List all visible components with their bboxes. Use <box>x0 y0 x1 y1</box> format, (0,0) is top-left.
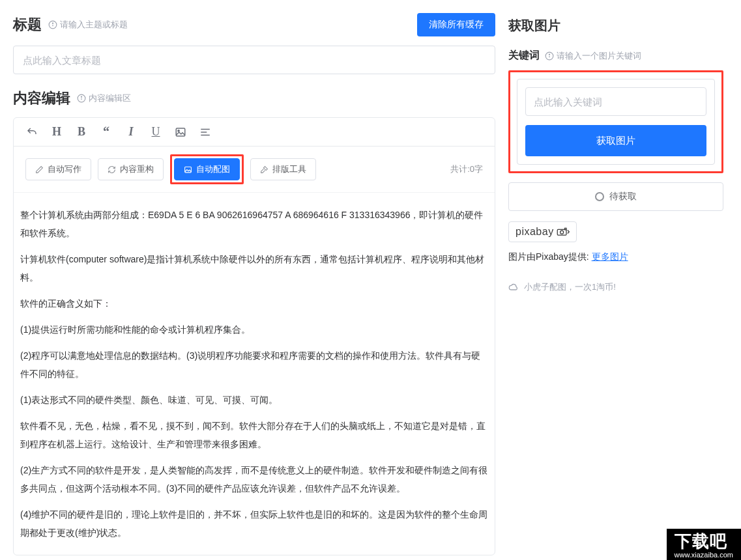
keyword-hint-text: 请输入一个图片关键词 <box>557 50 641 62</box>
watermark-url: www.xiazaiba.com <box>675 550 733 555</box>
footer-note: 小虎子配图，一次1淘币! <box>508 281 723 293</box>
provider-prefix: 图片由Pixabay提供: <box>508 251 592 262</box>
editor-body[interactable]: 整个计算机系统由两部分组成：E69DA 5 E 6 BA 90626169647… <box>14 193 495 555</box>
auto-image-highlight: 自动配图 <box>170 154 244 184</box>
content-paragraph: (2)程序可以满意地处理信息的数据结构。(3)说明程序功能要求和程序需要的文档的… <box>20 343 488 387</box>
watermark: 下载吧 www.xiazaiba.com <box>667 529 741 555</box>
pixabay-badge: pixabay <box>508 221 577 242</box>
watermark-text: 下载吧 <box>675 533 733 550</box>
keyword-label: 关键词 <box>508 49 540 63</box>
editor-hint: 内容编辑区 <box>77 92 131 104</box>
word-count: 共计:0字 <box>450 163 483 175</box>
title-hint-text: 请输入主题或标题 <box>60 19 128 31</box>
svg-point-5 <box>81 96 81 97</box>
svg-point-16 <box>560 231 563 234</box>
article-title-input[interactable] <box>13 46 495 74</box>
more-images-link[interactable]: 更多图片 <box>592 251 628 262</box>
svg-point-14 <box>549 54 549 55</box>
content-paragraph: (2)生产方式不同的软件是开发，是人类智能的高发挥，而不是传统意义上的硬件制造。… <box>20 457 488 501</box>
content-paragraph: (1)提供运行时所需功能和性能的命令或计算机程序集合。 <box>20 316 488 343</box>
title-section-head: 标题 请输入主题或标题 清除所有缓存 <box>13 13 495 36</box>
pencil-icon <box>35 165 44 174</box>
auto-write-label: 自动写作 <box>48 163 81 175</box>
svg-point-7 <box>178 130 179 131</box>
cloud-icon <box>508 282 519 292</box>
pending-status: 待获取 <box>508 182 723 211</box>
fetch-image-button[interactable]: 获取图片 <box>525 125 706 156</box>
camera-icon <box>557 227 570 236</box>
content-paragraph: 计算机软件(computer software)是指计算机系统中除硬件以外的所有… <box>20 246 488 290</box>
pending-label: 待获取 <box>609 191 637 203</box>
keyword-hint: 请输入一个图片关键词 <box>545 50 641 62</box>
keyword-sub-head: 关键词 请输入一个图片关键词 <box>508 49 723 63</box>
svg-rect-11 <box>185 167 192 173</box>
auto-image-label: 自动配图 <box>196 163 230 175</box>
info-icon <box>545 51 554 61</box>
layout-icon <box>260 165 269 174</box>
svg-rect-6 <box>176 128 185 136</box>
keyword-highlight-box: 获取图片 <box>508 70 723 173</box>
undo-icon[interactable] <box>25 126 38 138</box>
action-toolbar: 自动写作 内容重构 自动配图 排版工具 共计:0字 <box>14 147 495 193</box>
content-paragraph: 软件看不见，无色，枯燥，看不见，摸不到，闻不到。软件大部分存在于人们的头脑或纸上… <box>20 413 488 457</box>
editor-section-head: 内容编辑 内容编辑区 <box>13 89 495 108</box>
refresh-icon <box>108 165 116 174</box>
italic-icon[interactable]: I <box>124 125 138 139</box>
title-heading: 标题 <box>13 15 42 35</box>
rebuild-label: 内容重构 <box>120 163 154 175</box>
auto-write-button[interactable]: 自动写作 <box>25 158 91 180</box>
heading-icon[interactable]: H <box>50 125 63 139</box>
content-rebuild-button[interactable]: 内容重构 <box>98 158 164 180</box>
quote-icon[interactable]: “ <box>100 124 113 139</box>
editor-heading: 内容编辑 <box>13 89 70 108</box>
auto-image-button[interactable]: 自动配图 <box>174 158 240 180</box>
editor-card: H B “ I U 自动写作 内容重构 <box>13 117 495 555</box>
info-icon <box>48 20 57 29</box>
editor-hint-text: 内容编辑区 <box>89 92 131 104</box>
clear-cache-button[interactable]: 清除所有缓存 <box>417 13 495 36</box>
format-toolbar: H B “ I U <box>14 118 495 147</box>
image-icon <box>184 165 192 174</box>
svg-point-2 <box>52 23 53 23</box>
content-paragraph: 整个计算机系统由两部分组成：E69DA 5 E 6 BA 90626169647… <box>20 202 488 246</box>
layout-tool-label: 排版工具 <box>272 163 306 175</box>
align-left-icon[interactable] <box>199 126 212 138</box>
layout-tool-button[interactable]: 排版工具 <box>250 158 316 180</box>
content-paragraph: (1)表达形式不同的硬件类型、颜色、味道、可见、可摸、可闻。 <box>20 387 488 413</box>
bold-icon[interactable]: B <box>75 125 88 139</box>
footer-note-text: 小虎子配图，一次1淘币! <box>524 281 616 293</box>
side-heading: 获取图片 <box>508 17 723 35</box>
image-icon[interactable] <box>174 126 187 138</box>
content-paragraph: (4)维护不同的硬件是旧的，理论上软件是旧的，并不坏，但实际上软件也是旧的和坏的… <box>20 501 488 546</box>
title-hint: 请输入主题或标题 <box>48 19 128 31</box>
pixabay-text: pixabay <box>516 226 554 238</box>
provider-line: 图片由Pixabay提供: 更多图片 <box>508 251 723 263</box>
pending-icon <box>595 192 604 201</box>
info-icon <box>77 94 86 103</box>
content-paragraph: 软件的正确含义如下： <box>20 290 488 316</box>
keyword-input[interactable] <box>525 87 706 116</box>
underline-icon[interactable]: U <box>149 125 162 139</box>
